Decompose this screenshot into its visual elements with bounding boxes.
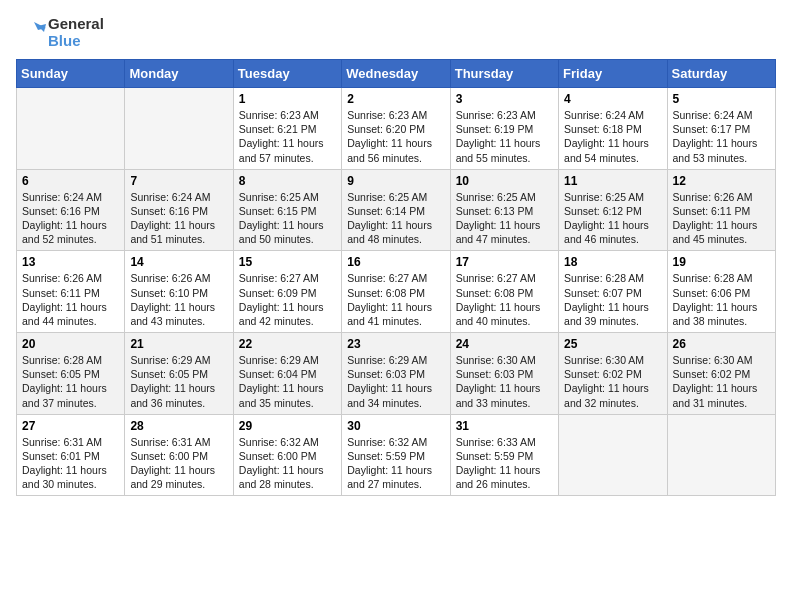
- logo: General Blue: [16, 16, 104, 49]
- day-number: 21: [130, 337, 227, 351]
- calendar-cell: 8Sunrise: 6:25 AM Sunset: 6:15 PM Daylig…: [233, 169, 341, 251]
- day-number: 9: [347, 174, 444, 188]
- day-info: Sunrise: 6:28 AM Sunset: 6:07 PM Dayligh…: [564, 271, 661, 328]
- calendar-cell: 22Sunrise: 6:29 AM Sunset: 6:04 PM Dayli…: [233, 333, 341, 415]
- calendar-header-sunday: Sunday: [17, 60, 125, 88]
- day-number: 15: [239, 255, 336, 269]
- day-number: 29: [239, 419, 336, 433]
- calendar-cell: 10Sunrise: 6:25 AM Sunset: 6:13 PM Dayli…: [450, 169, 558, 251]
- day-info: Sunrise: 6:24 AM Sunset: 6:16 PM Dayligh…: [22, 190, 119, 247]
- calendar-header-saturday: Saturday: [667, 60, 775, 88]
- calendar-cell: 3Sunrise: 6:23 AM Sunset: 6:19 PM Daylig…: [450, 88, 558, 170]
- day-info: Sunrise: 6:29 AM Sunset: 6:04 PM Dayligh…: [239, 353, 336, 410]
- calendar-cell: 31Sunrise: 6:33 AM Sunset: 5:59 PM Dayli…: [450, 414, 558, 496]
- calendar-cell: 18Sunrise: 6:28 AM Sunset: 6:07 PM Dayli…: [559, 251, 667, 333]
- day-number: 10: [456, 174, 553, 188]
- day-info: Sunrise: 6:23 AM Sunset: 6:19 PM Dayligh…: [456, 108, 553, 165]
- calendar-cell: 12Sunrise: 6:26 AM Sunset: 6:11 PM Dayli…: [667, 169, 775, 251]
- day-number: 26: [673, 337, 770, 351]
- day-info: Sunrise: 6:31 AM Sunset: 6:01 PM Dayligh…: [22, 435, 119, 492]
- day-info: Sunrise: 6:26 AM Sunset: 6:11 PM Dayligh…: [673, 190, 770, 247]
- calendar-week-1: 1Sunrise: 6:23 AM Sunset: 6:21 PM Daylig…: [17, 88, 776, 170]
- calendar-cell: 20Sunrise: 6:28 AM Sunset: 6:05 PM Dayli…: [17, 333, 125, 415]
- day-number: 8: [239, 174, 336, 188]
- calendar-cell: 15Sunrise: 6:27 AM Sunset: 6:09 PM Dayli…: [233, 251, 341, 333]
- day-number: 1: [239, 92, 336, 106]
- calendar-cell: 5Sunrise: 6:24 AM Sunset: 6:17 PM Daylig…: [667, 88, 775, 170]
- day-number: 19: [673, 255, 770, 269]
- day-info: Sunrise: 6:25 AM Sunset: 6:15 PM Dayligh…: [239, 190, 336, 247]
- calendar-week-5: 27Sunrise: 6:31 AM Sunset: 6:01 PM Dayli…: [17, 414, 776, 496]
- day-number: 2: [347, 92, 444, 106]
- calendar-cell: 11Sunrise: 6:25 AM Sunset: 6:12 PM Dayli…: [559, 169, 667, 251]
- day-number: 12: [673, 174, 770, 188]
- day-number: 4: [564, 92, 661, 106]
- calendar-cell: 6Sunrise: 6:24 AM Sunset: 6:16 PM Daylig…: [17, 169, 125, 251]
- day-info: Sunrise: 6:26 AM Sunset: 6:10 PM Dayligh…: [130, 271, 227, 328]
- day-info: Sunrise: 6:24 AM Sunset: 6:18 PM Dayligh…: [564, 108, 661, 165]
- calendar-cell: 27Sunrise: 6:31 AM Sunset: 6:01 PM Dayli…: [17, 414, 125, 496]
- calendar-table: SundayMondayTuesdayWednesdayThursdayFrid…: [16, 59, 776, 496]
- calendar-header-monday: Monday: [125, 60, 233, 88]
- day-number: 31: [456, 419, 553, 433]
- page-header: General Blue: [16, 16, 776, 49]
- day-number: 13: [22, 255, 119, 269]
- calendar-cell: 24Sunrise: 6:30 AM Sunset: 6:03 PM Dayli…: [450, 333, 558, 415]
- calendar-cell: [17, 88, 125, 170]
- day-info: Sunrise: 6:29 AM Sunset: 6:03 PM Dayligh…: [347, 353, 444, 410]
- calendar-cell: 21Sunrise: 6:29 AM Sunset: 6:05 PM Dayli…: [125, 333, 233, 415]
- day-info: Sunrise: 6:25 AM Sunset: 6:12 PM Dayligh…: [564, 190, 661, 247]
- day-info: Sunrise: 6:27 AM Sunset: 6:08 PM Dayligh…: [456, 271, 553, 328]
- calendar-cell: 26Sunrise: 6:30 AM Sunset: 6:02 PM Dayli…: [667, 333, 775, 415]
- calendar-cell: 7Sunrise: 6:24 AM Sunset: 6:16 PM Daylig…: [125, 169, 233, 251]
- day-number: 22: [239, 337, 336, 351]
- day-info: Sunrise: 6:24 AM Sunset: 6:16 PM Dayligh…: [130, 190, 227, 247]
- day-number: 6: [22, 174, 119, 188]
- calendar-cell: 29Sunrise: 6:32 AM Sunset: 6:00 PM Dayli…: [233, 414, 341, 496]
- day-info: Sunrise: 6:30 AM Sunset: 6:02 PM Dayligh…: [564, 353, 661, 410]
- day-info: Sunrise: 6:28 AM Sunset: 6:06 PM Dayligh…: [673, 271, 770, 328]
- day-info: Sunrise: 6:33 AM Sunset: 5:59 PM Dayligh…: [456, 435, 553, 492]
- calendar-cell: 23Sunrise: 6:29 AM Sunset: 6:03 PM Dayli…: [342, 333, 450, 415]
- day-info: Sunrise: 6:25 AM Sunset: 6:13 PM Dayligh…: [456, 190, 553, 247]
- calendar-cell: 19Sunrise: 6:28 AM Sunset: 6:06 PM Dayli…: [667, 251, 775, 333]
- calendar-cell: 1Sunrise: 6:23 AM Sunset: 6:21 PM Daylig…: [233, 88, 341, 170]
- day-number: 16: [347, 255, 444, 269]
- day-info: Sunrise: 6:32 AM Sunset: 6:00 PM Dayligh…: [239, 435, 336, 492]
- calendar-week-4: 20Sunrise: 6:28 AM Sunset: 6:05 PM Dayli…: [17, 333, 776, 415]
- day-number: 17: [456, 255, 553, 269]
- calendar-cell: 2Sunrise: 6:23 AM Sunset: 6:20 PM Daylig…: [342, 88, 450, 170]
- day-info: Sunrise: 6:27 AM Sunset: 6:09 PM Dayligh…: [239, 271, 336, 328]
- logo-line1: General: [48, 16, 104, 33]
- day-info: Sunrise: 6:23 AM Sunset: 6:20 PM Dayligh…: [347, 108, 444, 165]
- day-number: 30: [347, 419, 444, 433]
- day-number: 18: [564, 255, 661, 269]
- calendar-cell: 9Sunrise: 6:25 AM Sunset: 6:14 PM Daylig…: [342, 169, 450, 251]
- day-info: Sunrise: 6:30 AM Sunset: 6:03 PM Dayligh…: [456, 353, 553, 410]
- day-info: Sunrise: 6:32 AM Sunset: 5:59 PM Dayligh…: [347, 435, 444, 492]
- calendar-cell: 17Sunrise: 6:27 AM Sunset: 6:08 PM Dayli…: [450, 251, 558, 333]
- calendar-cell: [125, 88, 233, 170]
- day-info: Sunrise: 6:29 AM Sunset: 6:05 PM Dayligh…: [130, 353, 227, 410]
- day-info: Sunrise: 6:26 AM Sunset: 6:11 PM Dayligh…: [22, 271, 119, 328]
- day-number: 24: [456, 337, 553, 351]
- calendar-header-wednesday: Wednesday: [342, 60, 450, 88]
- day-info: Sunrise: 6:27 AM Sunset: 6:08 PM Dayligh…: [347, 271, 444, 328]
- day-number: 27: [22, 419, 119, 433]
- day-number: 11: [564, 174, 661, 188]
- calendar-cell: [559, 414, 667, 496]
- logo-bird-icon: [16, 18, 46, 48]
- calendar-cell: 14Sunrise: 6:26 AM Sunset: 6:10 PM Dayli…: [125, 251, 233, 333]
- calendar-cell: 16Sunrise: 6:27 AM Sunset: 6:08 PM Dayli…: [342, 251, 450, 333]
- calendar-header-tuesday: Tuesday: [233, 60, 341, 88]
- calendar-header-friday: Friday: [559, 60, 667, 88]
- calendar-header-row: SundayMondayTuesdayWednesdayThursdayFrid…: [17, 60, 776, 88]
- calendar-cell: 13Sunrise: 6:26 AM Sunset: 6:11 PM Dayli…: [17, 251, 125, 333]
- day-number: 14: [130, 255, 227, 269]
- day-number: 25: [564, 337, 661, 351]
- day-number: 3: [456, 92, 553, 106]
- calendar-week-2: 6Sunrise: 6:24 AM Sunset: 6:16 PM Daylig…: [17, 169, 776, 251]
- calendar-cell: 30Sunrise: 6:32 AM Sunset: 5:59 PM Dayli…: [342, 414, 450, 496]
- day-info: Sunrise: 6:31 AM Sunset: 6:00 PM Dayligh…: [130, 435, 227, 492]
- logo-line2: Blue: [48, 33, 104, 50]
